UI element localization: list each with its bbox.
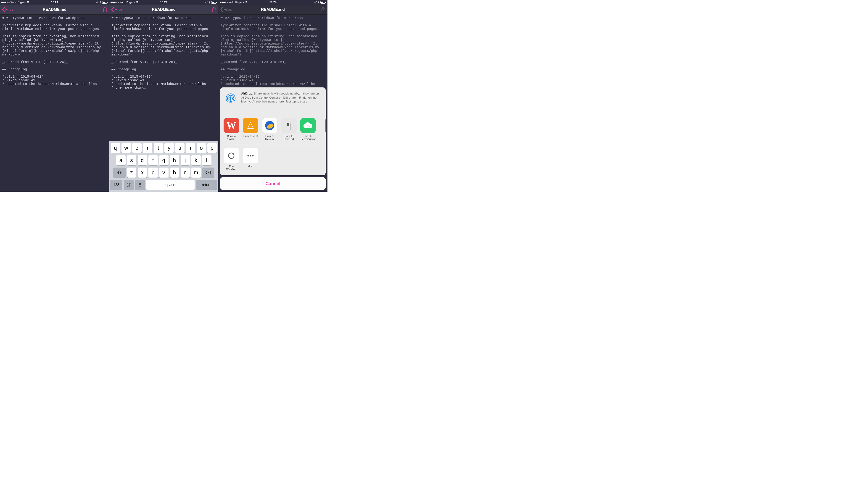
key-w[interactable]: w — [121, 143, 131, 153]
share-app-label: Copy to Mercury — [265, 135, 274, 141]
svg-rect-6 — [212, 2, 214, 3]
key-j[interactable]: j — [181, 155, 190, 165]
phone-screen-2: WiFi Rogers 16:24 Files README.md # WP T… — [109, 0, 218, 192]
share-app-label: Copy to VLC — [243, 135, 258, 138]
key-b[interactable]: b — [170, 168, 179, 177]
key-g[interactable]: g — [159, 155, 169, 165]
svg-rect-20 — [247, 129, 254, 129]
key-o[interactable]: o — [197, 143, 206, 153]
shift-key[interactable] — [113, 168, 126, 177]
share-action-item[interactable]: Run Workflow — [223, 148, 239, 171]
backspace-key[interactable] — [202, 168, 214, 177]
key-x[interactable]: x — [138, 168, 147, 177]
chevron-left-icon — [111, 7, 114, 12]
share-button[interactable] — [321, 6, 326, 13]
space-key[interactable]: space — [146, 180, 195, 190]
airdrop-text: AirDrop. Share instantly with people nea… — [241, 91, 321, 104]
battery-icon — [211, 1, 217, 4]
signal-dots-icon — [220, 2, 228, 3]
svg-rect-7 — [216, 2, 217, 3]
back-label: Files — [114, 7, 123, 12]
mic-key[interactable] — [135, 180, 145, 190]
nav-title: README.md — [261, 7, 285, 12]
back-label: Files — [224, 7, 232, 12]
return-key[interactable]: return — [196, 180, 217, 190]
location-icon — [314, 1, 317, 4]
share-app-item[interactable]: >_Copy to Serverauditor — [300, 118, 316, 141]
svg-rect-18 — [323, 9, 324, 9]
svg-rect-4 — [104, 9, 106, 9]
key-m[interactable]: m — [191, 168, 201, 177]
svg-rect-2 — [107, 2, 108, 3]
key-s[interactable]: s — [127, 155, 136, 165]
status-time: 16:24 — [160, 1, 167, 4]
share-app-item[interactable]: Co — [319, 118, 326, 141]
share-app-item[interactable]: Copy to Mercury — [262, 118, 278, 141]
bluetooth-icon — [209, 1, 210, 4]
nav-title: README.md — [152, 7, 176, 12]
status-time: 16:24 — [51, 1, 58, 4]
cancel-button[interactable]: Cancel — [220, 177, 326, 190]
status-time: 16:24 — [270, 1, 276, 4]
numbers-key[interactable]: 123 — [110, 180, 123, 190]
key-l[interactable]: l — [202, 155, 212, 165]
status-bar: WiFi Rogers 16:24 — [109, 0, 218, 4]
signal-dots-icon — [111, 2, 119, 3]
key-e[interactable]: e — [132, 143, 142, 153]
back-button[interactable]: Files — [111, 7, 123, 12]
editor-content: # WP Typewriter — Markdown for Wordpress… — [218, 15, 328, 88]
back-button[interactable]: Files — [220, 7, 232, 12]
location-icon — [96, 1, 98, 4]
key-c[interactable]: c — [148, 168, 158, 177]
key-y[interactable]: y — [164, 143, 174, 153]
battery-icon — [320, 1, 326, 4]
key-u[interactable]: u — [175, 143, 185, 153]
chevron-left-icon — [220, 7, 223, 12]
key-a[interactable]: a — [116, 155, 126, 165]
share-action-item[interactable]: More — [243, 148, 258, 171]
share-app-row[interactable]: WCopy to 1WriterCopy to VLCCopy to Mercu… — [220, 114, 326, 144]
share-action-row: Run WorkflowMore — [220, 144, 326, 175]
status-bar: WiFi Rogers 16:24 — [218, 0, 328, 4]
share-button[interactable] — [212, 6, 216, 13]
location-icon — [205, 1, 207, 4]
share-action-label: More — [247, 165, 253, 168]
svg-rect-1 — [102, 2, 105, 3]
key-h[interactable]: h — [170, 155, 179, 165]
svg-point-25 — [252, 155, 254, 156]
key-f[interactable]: f — [148, 155, 158, 165]
bluetooth-icon — [318, 1, 319, 4]
share-app-item[interactable]: ¶Copy to PlainText — [281, 118, 297, 141]
back-button[interactable]: Files — [2, 7, 13, 12]
key-r[interactable]: r — [143, 143, 152, 153]
key-z[interactable]: z — [127, 168, 136, 177]
svg-rect-15 — [321, 2, 324, 3]
key-t[interactable]: t — [154, 143, 163, 153]
editor-content[interactable]: # WP Typewriter — Markdown for Wordpress… — [0, 15, 109, 88]
key-q[interactable]: q — [111, 143, 120, 153]
globe-key[interactable] — [124, 180, 133, 190]
airdrop-section[interactable]: AirDrop. Share instantly with people nea… — [220, 87, 326, 114]
share-app-item[interactable]: WCopy to 1Writer — [223, 118, 239, 141]
share-action-label: Run Workflow — [226, 165, 236, 171]
back-label: Files — [5, 7, 13, 12]
share-button[interactable] — [103, 6, 107, 13]
carrier-label: WiFi Rogers — [120, 1, 135, 4]
share-app-label: Copy to Serverauditor — [301, 135, 316, 141]
carrier-label: WiFi Rogers — [229, 1, 244, 4]
key-p[interactable]: p — [207, 143, 217, 153]
key-i[interactable]: i — [186, 143, 195, 153]
key-k[interactable]: k — [191, 155, 201, 165]
key-n[interactable]: n — [181, 168, 190, 177]
wifi-icon — [245, 1, 248, 3]
battery-icon — [102, 1, 108, 4]
svg-point-19 — [230, 97, 232, 99]
share-app-item[interactable]: Copy to VLC — [243, 118, 258, 141]
editor-content[interactable]: # WP Typewriter — Markdown for Wordpress… — [109, 15, 218, 91]
airdrop-icon — [224, 91, 237, 104]
bluetooth-icon — [99, 1, 101, 4]
svg-point-23 — [247, 155, 249, 156]
nav-bar: Files README.md — [218, 4, 328, 15]
key-v[interactable]: v — [159, 168, 169, 177]
key-d[interactable]: d — [138, 155, 147, 165]
